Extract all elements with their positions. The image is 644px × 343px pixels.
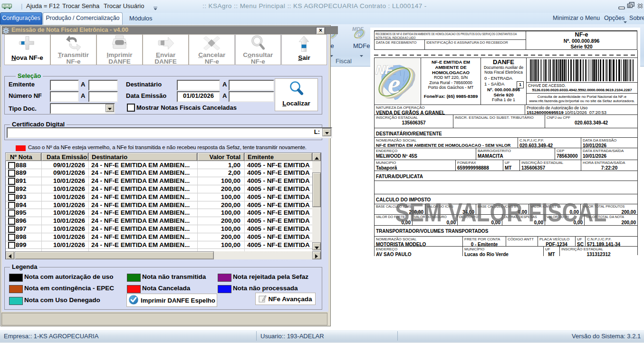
svg-text:e: e bbox=[388, 68, 401, 99]
